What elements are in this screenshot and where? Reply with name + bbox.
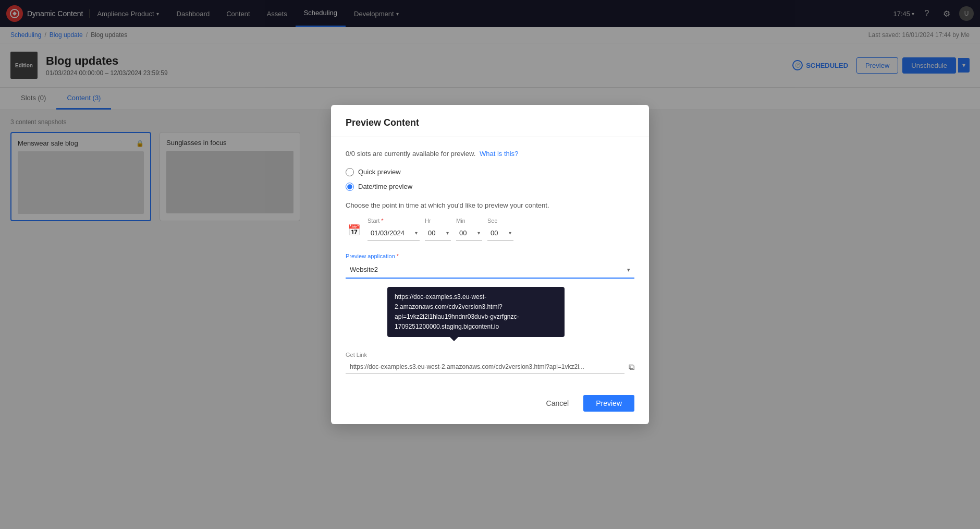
modal-title: Preview Content bbox=[346, 117, 634, 128]
start-field: Start * 01/03/2024 ▾ bbox=[368, 218, 420, 230]
calendar-icon-btn[interactable]: 📅 bbox=[346, 221, 362, 230]
start-label: Start * bbox=[368, 218, 420, 224]
date-select-wrap: 01/03/2024 ▾ bbox=[368, 226, 420, 230]
sec-field: Sec 00 ▾ bbox=[487, 218, 513, 230]
date-select[interactable]: 01/03/2024 bbox=[368, 226, 420, 230]
hr-select-wrap: 00 ▾ bbox=[425, 226, 451, 230]
choose-point-text: Choose the point in time at which you'd … bbox=[346, 201, 634, 209]
slots-notice: 0/0 slots are currently available for pr… bbox=[346, 150, 634, 158]
quick-preview-option[interactable]: Quick preview bbox=[346, 168, 634, 176]
datetime-row: 📅 Start * 01/03/2024 ▾ Hr 00 bbox=[346, 218, 634, 230]
datetime-preview-label: Date/time preview bbox=[358, 183, 412, 190]
radio-group: Quick preview Date/time preview bbox=[346, 168, 634, 191]
sec-select[interactable]: 00 bbox=[487, 226, 513, 230]
quick-preview-radio[interactable] bbox=[346, 168, 354, 176]
min-select[interactable]: 00 bbox=[456, 226, 482, 230]
modal-body: 0/0 slots are currently available for pr… bbox=[331, 137, 649, 230]
modal-header: Preview Content bbox=[331, 105, 649, 137]
datetime-preview-option[interactable]: Date/time preview bbox=[346, 183, 634, 191]
min-select-wrap: 00 ▾ bbox=[456, 226, 482, 230]
quick-preview-label: Quick preview bbox=[358, 168, 401, 176]
min-field: Min 00 ▾ bbox=[456, 218, 482, 230]
hr-field: Hr 00 ▾ bbox=[425, 218, 451, 230]
modal: Preview Content 0/0 slots are currently … bbox=[331, 105, 649, 230]
hr-select[interactable]: 00 bbox=[425, 226, 451, 230]
sec-select-wrap: 00 ▾ bbox=[487, 226, 513, 230]
sec-label: Sec bbox=[487, 218, 513, 224]
what-is-this-link[interactable]: What is this? bbox=[480, 150, 518, 158]
modal-overlay[interactable]: Preview Content 0/0 slots are currently … bbox=[0, 0, 980, 230]
hr-label: Hr bbox=[425, 218, 451, 224]
min-label: Min bbox=[456, 218, 482, 224]
datetime-preview-radio[interactable] bbox=[346, 183, 354, 191]
